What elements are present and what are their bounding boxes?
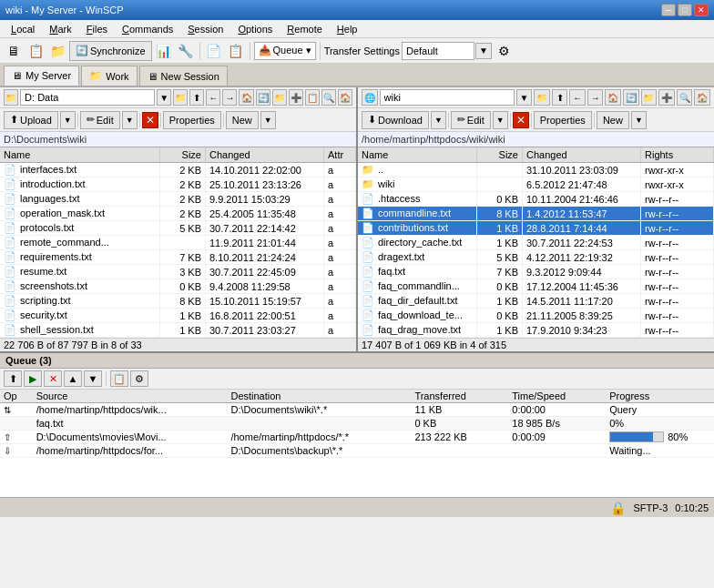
queue-col-source[interactable]: Source <box>33 390 228 403</box>
list-item[interactable]: 📄faq_download_te... 0 KB 21.11.2005 8:39… <box>358 309 714 323</box>
toolbar-icon-3[interactable]: 📁 <box>47 41 67 61</box>
list-item[interactable]: 📄interfaces.txt 2 KB 14.10.2011 22:02:00… <box>0 163 356 177</box>
left-col-size[interactable]: Size <box>160 147 206 163</box>
right-new-button[interactable]: New <box>597 111 629 129</box>
left-nav-icon2[interactable]: ⬆ <box>189 89 204 106</box>
right-col-name[interactable]: Name <box>358 147 477 163</box>
queue-btn-play[interactable]: ▶ <box>24 370 42 387</box>
toolbar-icon-5[interactable]: 🔧 <box>176 41 196 61</box>
right-delete-button[interactable]: ✕ <box>513 112 529 128</box>
right-nav-icon7[interactable]: 📁 <box>641 89 658 106</box>
download-button[interactable]: ⬇ Download <box>362 111 429 129</box>
left-addr-dropdown[interactable]: 📁 <box>4 89 18 106</box>
queue-btn-settings[interactable]: ⚙ <box>130 370 148 387</box>
right-edit-button[interactable]: ✏ Edit <box>451 111 491 129</box>
left-nav-icon6[interactable]: 🔄 <box>256 89 270 106</box>
right-nav-icon3[interactable]: ← <box>569 89 586 106</box>
menu-local[interactable]: Local <box>4 22 42 36</box>
menu-remote[interactable]: Remote <box>280 22 330 36</box>
table-row[interactable]: ⇧ D:\Documents\movies\Movi... /home/mart… <box>0 431 714 444</box>
upload-dropdown[interactable]: ▼ <box>60 111 76 129</box>
toolbar-icon-2[interactable]: 📋 <box>26 41 46 61</box>
toolbar-icon-8[interactable]: ⚙ <box>494 41 514 61</box>
left-nav-icon7[interactable]: 📁 <box>272 89 287 106</box>
list-item[interactable]: 📄commandline.txt 8 KB 1.4.2012 11:53:47 … <box>358 207 714 221</box>
list-item[interactable]: 📄security.txt 1 KB 16.8.2011 22:00:51 a <box>0 309 356 323</box>
left-nav-icon10[interactable]: 🔍 <box>321 89 336 106</box>
left-nav-icon1[interactable]: 📁 <box>173 89 188 106</box>
list-item[interactable]: 📄resume.txt 3 KB 30.7.2011 22:45:09 a <box>0 265 356 279</box>
menu-mark[interactable]: Mark <box>42 22 78 36</box>
transfer-settings-input[interactable] <box>402 42 474 60</box>
left-col-changed[interactable]: Changed <box>206 147 324 163</box>
list-item[interactable]: 📄contributions.txt 1 KB 28.8.2011 7:14:4… <box>358 221 714 236</box>
left-nav-icon11[interactable]: 🏠 <box>338 89 352 106</box>
maximize-button[interactable]: □ <box>678 4 692 16</box>
list-item[interactable]: 📄introduction.txt 2 KB 25.10.2011 23:13:… <box>0 177 356 192</box>
list-item[interactable]: 📄shell_session.txt 1 KB 30.7.2011 23:03:… <box>0 323 356 338</box>
left-nav-icon5[interactable]: 🏠 <box>239 89 253 106</box>
close-button[interactable]: ✕ <box>694 4 709 16</box>
list-item[interactable]: 📄operation_mask.txt 2 KB 25.4.2005 11:35… <box>0 207 356 221</box>
left-address-input[interactable] <box>20 89 155 106</box>
right-nav-icon4[interactable]: → <box>587 89 604 106</box>
left-properties-button[interactable]: Properties <box>163 111 221 129</box>
right-nav-icon1[interactable]: 📁 <box>534 89 550 106</box>
list-item[interactable]: 📄remote_command... 11.9.2011 21:01:44 a <box>0 236 356 250</box>
right-nav-icon5[interactable]: 🏠 <box>605 89 621 106</box>
left-col-name[interactable]: Name <box>0 147 160 163</box>
toolbar-icon-7[interactable]: 📋 <box>226 41 246 61</box>
queue-col-time[interactable]: Time/Speed <box>508 390 606 403</box>
queue-dropdown[interactable]: 📥 Queue ▾ <box>254 42 316 60</box>
right-new-dropdown[interactable]: ▼ <box>631 111 647 129</box>
synchronize-button[interactable]: 🔄 Synchronize <box>69 41 152 61</box>
left-delete-button[interactable]: ✕ <box>142 112 158 128</box>
list-item[interactable]: 📄protocols.txt 5 KB 30.7.2011 22:14:42 a <box>0 221 356 236</box>
menu-commands[interactable]: Commands <box>115 22 180 36</box>
right-edit-dropdown[interactable]: ▼ <box>493 111 508 129</box>
list-item[interactable]: 📁wiki 6.5.2012 21:47:48 rwxr-xr-x <box>358 177 714 192</box>
left-edit-dropdown[interactable]: ▼ <box>122 111 138 129</box>
queue-btn-stop[interactable]: ✕ <box>44 370 62 387</box>
queue-btn-copy[interactable]: 📋 <box>110 370 128 387</box>
right-nav-icon9[interactable]: 🔍 <box>677 89 693 106</box>
transfer-dropdown-btn[interactable]: ▼ <box>475 43 492 59</box>
right-nav-icon2[interactable]: ⬆ <box>552 89 568 106</box>
list-item[interactable]: 📄faq_drag_move.txt 1 KB 17.9.2010 9:34:2… <box>358 323 714 338</box>
download-dropdown[interactable]: ▼ <box>431 111 446 129</box>
menu-help[interactable]: Help <box>330 22 365 36</box>
right-file-table[interactable]: Name Size Changed Rights 📁.. 31.10.2011 … <box>358 147 714 338</box>
list-item[interactable]: 📄scripting.txt 8 KB 15.10.2011 15:19:57 … <box>0 294 356 309</box>
list-item[interactable]: 📄languages.txt 2 KB 9.9.2011 15:03:29 a <box>0 192 356 207</box>
list-item[interactable]: 📄.htaccess 0 KB 10.11.2004 21:46:46 rw-r… <box>358 192 714 207</box>
right-addr-arrow[interactable]: ▼ <box>516 89 533 106</box>
queue-col-transferred[interactable]: Transferred <box>411 390 508 403</box>
left-addr-arrow[interactable]: ▼ <box>157 89 171 106</box>
toolbar-icon-1[interactable]: 🖥 <box>4 41 24 61</box>
queue-col-progress[interactable]: Progress <box>606 390 714 403</box>
list-item[interactable]: 📄faq_dir_default.txt 1 KB 14.5.2011 11:1… <box>358 294 714 309</box>
right-nav-icon10[interactable]: 🏠 <box>694 89 710 106</box>
list-item[interactable]: 📄directory_cache.txt 1 KB 30.7.2011 22:2… <box>358 236 714 250</box>
table-row[interactable]: ⇩ /home/martinp/httpdocs/for... D:\Docum… <box>0 444 714 458</box>
left-file-table[interactable]: Name Size Changed Attr 📄interfaces.txt 2… <box>0 147 356 338</box>
left-new-dropdown[interactable]: ▼ <box>260 111 276 129</box>
left-nav-icon4[interactable]: → <box>222 89 237 106</box>
menu-files[interactable]: Files <box>79 22 115 36</box>
right-properties-button[interactable]: Properties <box>534 111 592 129</box>
queue-btn-up[interactable]: ▲ <box>64 370 82 387</box>
left-nav-icon9[interactable]: 📋 <box>305 89 320 106</box>
queue-col-op[interactable]: Op <box>0 390 33 403</box>
list-item[interactable]: 📄faq_commandlin... 0 KB 17.12.2004 11:45… <box>358 279 714 294</box>
menu-options[interactable]: Options <box>230 22 280 36</box>
left-nav-icon8[interactable]: ➕ <box>289 89 303 106</box>
menu-session[interactable]: Session <box>180 22 230 36</box>
right-col-rights[interactable]: Rights <box>641 147 714 163</box>
tab-new-session[interactable]: 🖥 New Session <box>139 66 228 86</box>
list-item[interactable]: 📄dragext.txt 5 KB 4.12.2011 22:19:32 rw-… <box>358 250 714 265</box>
queue-btn-add[interactable]: ⬆ <box>4 370 22 387</box>
right-nav-icon8[interactable]: ➕ <box>658 89 675 106</box>
right-addr-icon[interactable]: 🌐 <box>362 89 378 106</box>
left-nav-icon3[interactable]: ← <box>206 89 220 106</box>
right-col-changed[interactable]: Changed <box>523 147 641 163</box>
